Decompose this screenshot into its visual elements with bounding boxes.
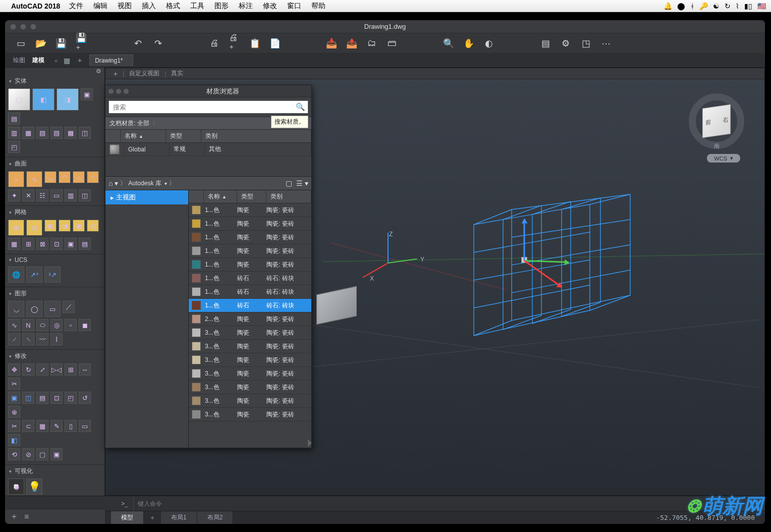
redo-icon[interactable]: ↷ bbox=[152, 38, 163, 49]
row2-e-icon[interactable]: ▩ bbox=[65, 127, 77, 139]
bottom-menu-icon[interactable]: ≡ bbox=[24, 512, 29, 521]
tab-model-space[interactable]: 模型 bbox=[111, 511, 144, 524]
tab-model[interactable]: 建模 bbox=[32, 56, 44, 65]
viewcube-front-face[interactable]: 前 bbox=[705, 118, 711, 127]
palette-icon[interactable]: ◳ bbox=[580, 38, 591, 49]
row2-c-icon[interactable]: ▧ bbox=[36, 127, 48, 139]
mod-c-icon[interactable]: ▤ bbox=[36, 392, 48, 404]
menu-view[interactable]: 视图 bbox=[118, 2, 132, 11]
bottom-add-icon[interactable]: ＋ bbox=[10, 511, 18, 522]
move-tool-icon[interactable]: ✥ bbox=[8, 363, 20, 376]
donut-tool-icon[interactable]: ◎ bbox=[50, 319, 63, 331]
material-browser-titlebar[interactable]: 材质浏览器 bbox=[105, 85, 311, 97]
row2-a-icon[interactable]: ▥ bbox=[8, 127, 20, 139]
panel-close-icon[interactable] bbox=[108, 89, 114, 94]
palette-ucs-header[interactable]: UCS bbox=[5, 254, 104, 265]
mod-j-icon[interactable]: ▦ bbox=[36, 420, 48, 432]
pan-icon[interactable]: ✋ bbox=[463, 38, 474, 49]
libcol-category[interactable]: 类别 bbox=[266, 190, 311, 203]
library-material-row[interactable]: 3...色陶瓷陶瓷: 瓷砖 bbox=[189, 367, 311, 381]
tray-timemachine-icon[interactable]: ↻ bbox=[725, 2, 731, 10]
more-icon[interactable]: ⋯ bbox=[600, 38, 612, 49]
gizmo-z-axis[interactable] bbox=[524, 220, 525, 261]
crumb-visual-style[interactable]: 真实 bbox=[171, 69, 183, 78]
tray-bluetooth-icon[interactable]: ᚼ bbox=[690, 2, 694, 10]
mod-l-icon[interactable]: ▯ bbox=[65, 420, 77, 432]
point-tool-icon[interactable]: ▫ bbox=[65, 319, 77, 331]
lib-view-thumb-icon[interactable]: ▢ bbox=[286, 179, 292, 187]
viewport-add-icon[interactable]: + bbox=[114, 70, 118, 78]
palette-mesh-header[interactable]: 网格 bbox=[5, 206, 104, 219]
minimize-window-icon[interactable] bbox=[20, 24, 26, 30]
library-material-row[interactable]: 2...色陶瓷陶瓷: 瓷砖 bbox=[189, 312, 311, 326]
surf-c-icon[interactable]: ◡ bbox=[44, 171, 57, 183]
tray-spotlight-icon[interactable]: ☯ bbox=[713, 2, 720, 10]
close-window-icon[interactable] bbox=[10, 24, 16, 30]
menu-tools[interactable]: 工具 bbox=[190, 2, 204, 11]
tab-draw[interactable]: 绘图 bbox=[13, 56, 25, 65]
mod-e-icon[interactable]: ◰ bbox=[65, 392, 77, 404]
tray-bell-icon[interactable]: 🔔 bbox=[664, 2, 672, 10]
layers-icon[interactable]: ▤ bbox=[540, 38, 551, 49]
trim-tool-icon[interactable]: ✂ bbox=[8, 378, 20, 390]
menu-file[interactable]: 文件 bbox=[69, 2, 83, 11]
mod-a-icon[interactable]: ▣ bbox=[8, 392, 20, 404]
library-material-row[interactable]: 1...色陶瓷陶瓷: 瓷砖 bbox=[189, 244, 311, 258]
mod-g-icon[interactable]: ⊕ bbox=[8, 406, 20, 418]
mod-b-icon[interactable]: ◫ bbox=[22, 392, 34, 404]
tray-flag-icon[interactable]: 🇺🇸 bbox=[757, 2, 766, 10]
row2-f-icon[interactable]: ◫ bbox=[79, 127, 91, 139]
libcol-name[interactable]: 名称▲ bbox=[204, 190, 237, 203]
rect-tool-icon[interactable]: ▭ bbox=[44, 301, 61, 317]
home-icon[interactable]: ⌂ ▾ bbox=[108, 179, 118, 187]
mesh-g-icon[interactable]: ▦ bbox=[8, 238, 20, 250]
mod-m-icon[interactable]: ▭ bbox=[79, 420, 91, 432]
surf-l-icon[interactable]: ◫ bbox=[79, 189, 91, 201]
region-tool-icon[interactable]: ◼ bbox=[79, 319, 91, 331]
paste-icon[interactable]: 📄 bbox=[269, 38, 281, 49]
surf-d-icon[interactable]: ◠ bbox=[59, 171, 71, 183]
row2-g-icon[interactable]: ◰ bbox=[8, 141, 20, 153]
save-file-icon[interactable]: 💾 bbox=[56, 38, 67, 49]
mesh-e-icon[interactable]: ◉ bbox=[73, 220, 85, 232]
library-material-row[interactable]: 3...色陶瓷陶瓷: 瓷砖 bbox=[189, 353, 311, 367]
mod-k-icon[interactable]: ✎ bbox=[50, 420, 63, 432]
menu-drawing[interactable]: 图形 bbox=[214, 2, 229, 11]
surf-b-icon[interactable]: ∿ bbox=[26, 171, 42, 187]
solid-box-object[interactable] bbox=[316, 286, 357, 325]
mod-q-icon[interactable]: ▢ bbox=[36, 448, 48, 460]
tray-key-icon[interactable]: 🔑 bbox=[699, 2, 708, 10]
menu-dimension[interactable]: 标注 bbox=[239, 2, 253, 11]
properties-icon[interactable]: ⚙ bbox=[560, 38, 571, 49]
surf-g-icon[interactable]: ✦ bbox=[8, 189, 20, 201]
mesh-f-icon[interactable]: ◎ bbox=[87, 220, 99, 232]
saveas-file-icon[interactable]: 💾⁺ bbox=[76, 38, 87, 49]
menu-format[interactable]: 格式 bbox=[166, 2, 180, 11]
undo-icon[interactable]: ↶ bbox=[132, 38, 143, 49]
array-tool-icon[interactable]: ⊞ bbox=[65, 363, 77, 376]
mod-o-icon[interactable]: ⟲ bbox=[8, 448, 20, 460]
printpreview-icon[interactable]: 🖨⁺ bbox=[229, 38, 240, 49]
ucs-axis-icon[interactable]: ↗ˣ bbox=[26, 267, 42, 283]
mod-n-icon[interactable]: ◧ bbox=[8, 434, 20, 446]
scale-tool-icon[interactable]: ⤢ bbox=[36, 363, 48, 376]
mod-h-icon[interactable]: ✂ bbox=[8, 420, 20, 432]
menu-edit[interactable]: 编辑 bbox=[93, 2, 107, 11]
zoom-icon[interactable]: 🔍 bbox=[443, 38, 454, 49]
menu-window[interactable]: 窗口 bbox=[287, 2, 301, 11]
tray-battery-icon[interactable]: ▮▯ bbox=[744, 2, 752, 10]
move-gizmo[interactable] bbox=[519, 215, 580, 280]
library-material-row[interactable]: 3...色陶瓷陶瓷: 瓷砖 bbox=[189, 408, 311, 421]
presspull-tool-icon[interactable]: ◨ bbox=[57, 88, 79, 111]
material-search-input[interactable] bbox=[108, 100, 308, 114]
geo-a-icon[interactable]: ⟋ bbox=[8, 333, 20, 345]
wcs-selector[interactable]: WCS▾ bbox=[707, 154, 740, 163]
extrude-tool-icon[interactable]: ◧ bbox=[32, 88, 54, 111]
library-material-row[interactable]: 3...色陶瓷陶瓷: 瓷砖 bbox=[189, 340, 311, 353]
line-tool-icon[interactable]: ／ bbox=[63, 301, 75, 313]
panel-min-icon[interactable] bbox=[116, 89, 121, 94]
mesh-c-icon[interactable]: ◐ bbox=[44, 220, 57, 232]
mesh-l-icon[interactable]: ▤ bbox=[79, 238, 91, 250]
library-material-row[interactable]: 1...色陶瓷陶瓷: 瓷砖 bbox=[189, 258, 311, 272]
library-material-row[interactable]: 3...色陶瓷陶瓷: 瓷砖 bbox=[189, 326, 311, 340]
